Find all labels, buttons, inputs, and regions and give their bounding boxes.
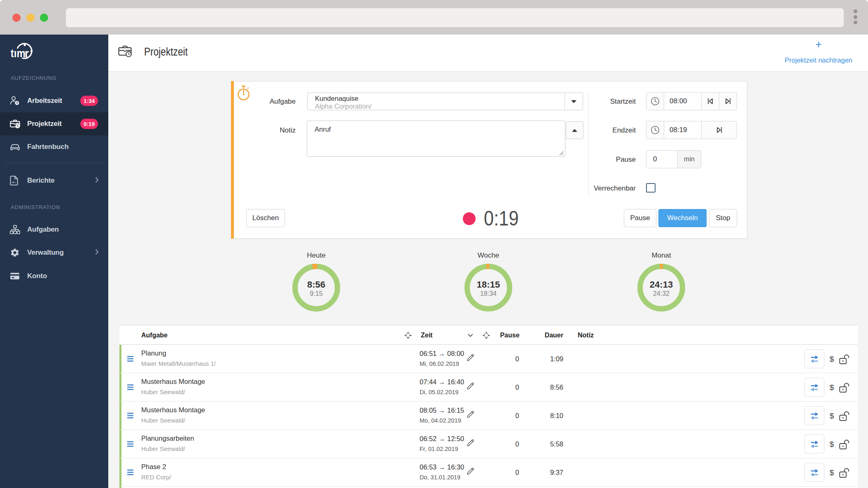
svg-text:r: r: [25, 47, 29, 60]
